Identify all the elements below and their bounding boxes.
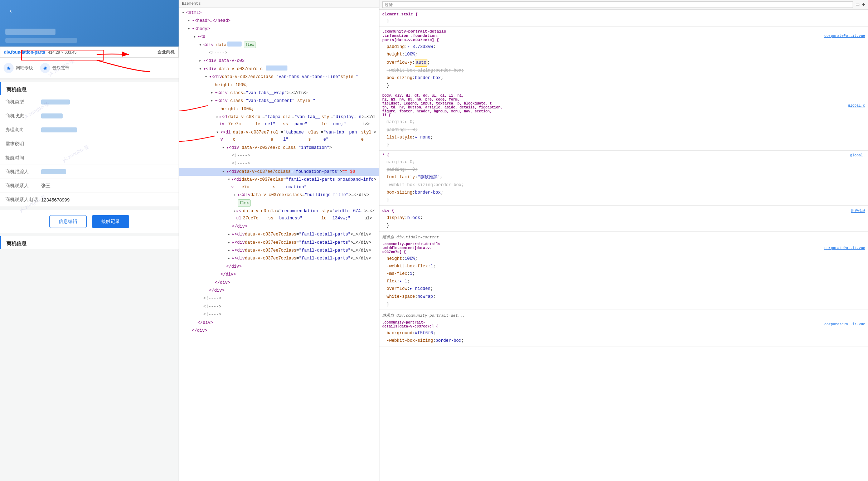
html-line-tabpane[interactable]: ▾<div data-v-c037ee7c role="tabpanel" cl… — [179, 128, 379, 144]
html-line-head[interactable]: ▾<head>…</head> — [179, 17, 379, 25]
music-icon: ◉ — [40, 63, 50, 73]
style-section-star: * { global. margin: ▸ 0; padding: ▸ 0; f… — [379, 151, 868, 206]
bottom-buttons: 信息编辑 接触记录 — [0, 210, 179, 233]
html-line-comment2[interactable]: <!----> — [179, 152, 379, 160]
html-line-famil1[interactable]: ▸<div data-v-c037ee7c class="famil-detai… — [179, 230, 379, 238]
service-icons-row: ◉ 网吧专线 ◉ 音乐宽带 — [0, 58, 179, 79]
inherited-header-middle: 继承自 div.middle-content — [379, 233, 868, 241]
info-value-status-blur — [41, 113, 63, 118]
html-line-div-c03[interactable]: ▸<div data-v-c03 — [179, 57, 379, 65]
info-row-type: 商机类型 — [0, 95, 179, 109]
html-line-comment-b: <!----> — [179, 303, 379, 311]
html-line-body[interactable]: ▾<body> — [179, 25, 379, 33]
info-label-remind: 提醒时间 — [5, 155, 41, 161]
filter-input[interactable] — [382, 1, 853, 8]
selector-element-style: element.style { — [382, 12, 418, 16]
html-line-comment3[interactable]: <!----> — [179, 160, 379, 167]
info-edit-button[interactable]: 信息编辑 — [49, 215, 87, 228]
prop-list-style-global: list-style: ▸ none; — [379, 134, 868, 141]
source-link-div[interactable]: 用户代理 — [851, 208, 865, 213]
info-row-tracker: 商机跟踪人 — [0, 165, 179, 179]
html-line-van-tabs[interactable]: ▾<div data-v-c037ee7c class="van-tabs va… — [179, 73, 379, 81]
html-line-flex-badge: flex — [179, 199, 379, 207]
source-link-fp[interactable]: corporatePo..it.vue — [824, 34, 865, 38]
info-value-phone: 12345678999 — [41, 197, 173, 203]
header-blur-info — [5, 38, 77, 43]
element-tag: 企业商机 — [157, 49, 175, 55]
pseudo-button[interactable] — [856, 4, 859, 6]
element-label-bar: div.foundation-parts 414.29 × 633.43 企业商… — [0, 47, 179, 58]
html-line-tabpane-none[interactable]: ▸<div data-v-c037ee7c role="tabpanel" cl… — [179, 113, 379, 128]
prop-background-portrait: background: #f5f6f6; — [379, 330, 868, 337]
info-row-status: 商机状态 — [0, 109, 179, 123]
html-line-famil3[interactable]: ▸<div data-v-c037ee7c class="famil-detai… — [179, 247, 379, 254]
html-tree: <html> ▾<head>…</head> ▾<body> ▾<d <div … — [179, 8, 379, 336]
service-icon-music[interactable]: ◉ 音乐宽带 — [40, 63, 69, 73]
prop-webkit-box-sizing-star: -webkit-box-sizing: border-box; — [379, 181, 868, 189]
html-line-div-c037[interactable]: ▾<div data-v-c037ee7c cl — [179, 65, 379, 73]
info-label-intention: 办理意向 — [5, 127, 41, 133]
prop-overflow-middle: overflow: ▸ hidden; — [379, 285, 868, 293]
html-line-infomation[interactable]: ▾<div data-v-c037ee7c class="infomation"… — [179, 144, 379, 152]
source-link-global[interactable]: global.c — [848, 104, 865, 108]
left-panel: yk.zengbo-签 yk.zengbo-签 yk.zengbo-签 yk.z… — [0, 0, 179, 481]
prop-font-family-star: font-family: "微软推黑"; — [379, 174, 868, 181]
prop-white-space-middle: white-space: nowrap; — [379, 293, 868, 301]
style-section-inherited-portrait: 继承自 div.community-portrait-det... .commu… — [379, 310, 868, 346]
prop-overflow-y[interactable]: overflow-y: auto; — [379, 59, 868, 67]
style-section-inherited-middle: 继承自 div.middle-content .community-portra… — [379, 232, 868, 310]
source-link-portrait[interactable]: corporatePo..it.vue — [824, 322, 865, 326]
add-rule-button[interactable]: + — [862, 2, 865, 8]
html-line-close-div1: </div> — [179, 223, 379, 230]
info-label-status: 商机状态 — [5, 113, 41, 119]
style-section-foundation-parts: .community-portrait-details.infomation .… — [379, 27, 868, 91]
selector-middle: .community-portrait-details.middle-conte… — [382, 242, 440, 254]
html-line-close-div4: </div> — [179, 279, 379, 287]
prop-close-global: } — [379, 141, 868, 149]
style-rule-header-fp: .community-portrait-details.infomation .… — [379, 28, 868, 43]
section-title-1: 商机信息 — [0, 82, 179, 95]
html-line-comment1[interactable]: <!----> — [179, 49, 379, 57]
prop-height-middle: height: 100%; — [379, 255, 868, 263]
style-section-element: element.style { } — [379, 10, 868, 27]
prop-padding-global: padding: ▸ 0; — [379, 126, 868, 134]
devtools-header: Elements — [179, 0, 379, 8]
prop-webkit-box-sizing-portrait: -webkit-box-sizing: border-box; — [379, 337, 868, 345]
html-line-html[interactable]: <html> — [179, 9, 379, 17]
info-row-intention: 办理意向 — [0, 123, 179, 137]
info-row-remind: 提醒时间 — [0, 151, 179, 165]
html-line-div-data[interactable]: <div data flex — [179, 41, 379, 49]
html-line-buildings-title[interactable]: ▸<div data-v-c037ee7c class="buildings-t… — [179, 191, 379, 199]
inherited-header-portrait: 继承自 div.community-portrait-det... — [379, 311, 868, 320]
prop-margin-star: margin: ▸ 0; — [379, 159, 868, 166]
html-line-famil4[interactable]: ▸<div data-v-c037ee7c class="famil-detai… — [179, 254, 379, 262]
wangba-label: 网吧专线 — [16, 65, 33, 71]
selector-global: body, div, dl, dt, dd, ul, ol, li, h1,h2… — [382, 94, 503, 117]
html-line-foundation-parts[interactable]: ▾<div data-v-c037ee7c class="foundation-… — [179, 168, 379, 176]
html-line-height1: height: 100%; — [179, 81, 379, 89]
html-line-tabs-wrap[interactable]: ▾<div class="van-tabs__wrap">…</div> — [179, 89, 379, 97]
back-button[interactable]: ‹ — [5, 5, 16, 16]
html-line-broadband[interactable]: ▾<div data-v-c037ee7c class="famil-detai… — [179, 176, 379, 191]
html-line-famil2[interactable]: ▸<div data-v-c037ee7c class="famil-detai… — [179, 239, 379, 247]
source-link-middle[interactable]: corporatePo..it.vue — [824, 246, 865, 250]
info-value-contact: 张三 — [41, 183, 173, 189]
html-line-comment-c: <!----> — [179, 311, 379, 319]
selector-star: * { — [382, 153, 389, 157]
html-line-tabs-content[interactable]: ▾<div class="van-tabs__content" style=" — [179, 97, 379, 105]
service-icon-wangba[interactable]: ◉ 网吧专线 — [4, 63, 33, 73]
style-rule-header-middle: .community-portrait-details.middle-conte… — [379, 241, 868, 255]
header-blur-name — [5, 29, 55, 35]
info-label-type: 商机类型 — [5, 99, 41, 105]
info-row-demand: 需求说明 — [0, 137, 179, 151]
prop-webkit-box-flex-middle: -webkit-box-flex: 1; — [379, 263, 868, 270]
html-line-d1[interactable]: ▾<d — [179, 33, 379, 41]
selector-div: div { — [382, 209, 394, 213]
prop-margin-global: margin: ▸ 0; — [379, 118, 868, 126]
element-size: 414.29 × 633.43 — [48, 50, 77, 54]
source-link-star[interactable]: global. — [850, 154, 865, 157]
section-title-2: 商机信息 — [0, 236, 179, 249]
contact-record-button[interactable]: 接触记录 — [92, 215, 129, 228]
selector-portrait: .community-portrait-details[data-v-c037e… — [382, 321, 438, 329]
html-line-recommendation[interactable]: ▸<ul data-v-c037ee7c class="recommendati… — [179, 207, 379, 223]
